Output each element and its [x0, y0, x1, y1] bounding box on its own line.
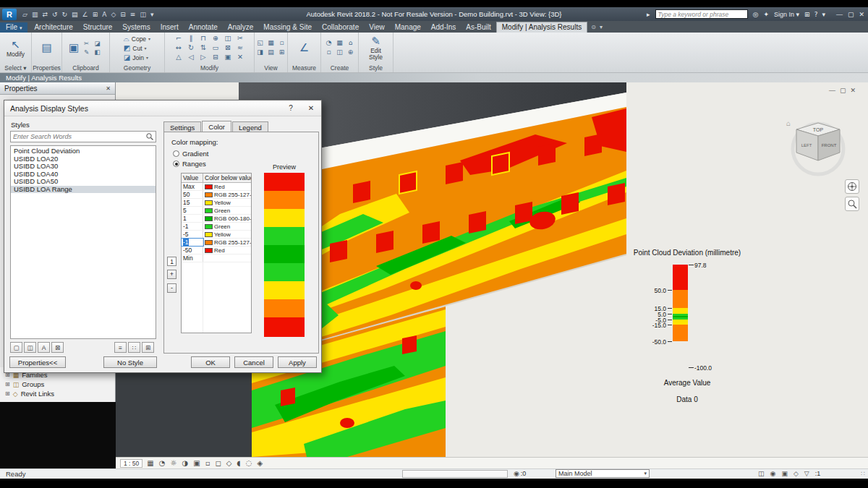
table-row[interactable]: 5 Green — [182, 207, 251, 215]
color-swatch[interactable] — [205, 216, 213, 221]
create-tool-icon[interactable]: ▦ — [334, 39, 345, 48]
color-swatch[interactable] — [205, 208, 213, 213]
close-window-icon[interactable]: ✕ — [859, 11, 864, 18]
open-icon[interactable]: ▱ — [22, 11, 27, 18]
modify-tool-icon[interactable]: ▷ — [197, 53, 210, 62]
modify-tool-icon[interactable]: ▭ — [210, 43, 222, 53]
modify-tool-icon[interactable]: ≈ — [234, 43, 247, 53]
scale-button[interactable]: 1 : 50 — [120, 459, 142, 468]
shadows-icon[interactable]: ◑ — [182, 458, 188, 468]
zoom-button[interactable] — [845, 197, 859, 211]
search-icon[interactable]: ◎ — [753, 11, 759, 18]
paste-button[interactable]: ▣ — [69, 42, 79, 54]
ribbon-tab[interactable]: Modify | Analysis Results — [496, 22, 587, 33]
create-tool-icon[interactable]: ▫ — [323, 48, 334, 58]
style-list-item[interactable]: Point Cloud Deviation — [11, 147, 156, 155]
select-pinned-icon[interactable]: ◉ — [770, 470, 776, 477]
cut-icon[interactable]: ✂ — [81, 40, 92, 48]
analytical-model-icon[interactable]: ◈ — [257, 458, 263, 468]
select-links-icon[interactable]: ◫ — [758, 470, 765, 477]
style-list-item[interactable]: USIBD LOA Range — [11, 186, 156, 194]
color-swatch[interactable] — [205, 248, 213, 253]
exchange-apps-icon[interactable]: ✦ — [763, 11, 769, 18]
redo-icon[interactable]: ↻ — [62, 11, 68, 18]
remove-value-button[interactable]: - — [167, 283, 176, 293]
active-users-indicator[interactable]: ◉:0 — [514, 470, 526, 477]
ok-button[interactable]: OK — [191, 356, 230, 368]
cancel-button[interactable]: Cancel — [234, 356, 273, 368]
viewcube-top-label[interactable]: TOP — [813, 127, 824, 132]
save-icon[interactable]: ▥ — [32, 11, 38, 18]
viewcube[interactable]: TOP LEFT FRONT ⌂ — [785, 116, 851, 184]
modify-tool-icon[interactable]: ↔ — [173, 43, 185, 53]
rendering-icon[interactable]: ▣ — [193, 458, 200, 468]
create-tool-icon[interactable]: ⌂ — [345, 39, 356, 48]
filter-icon[interactable]: ▽ — [804, 470, 809, 477]
dialog-title-bar[interactable]: Analysis Display Styles ? ✕ — [4, 100, 321, 116]
edit-style-button[interactable]: ✎ Edit Style — [365, 35, 387, 61]
main-model-select[interactable]: Main Model▾ — [556, 469, 650, 478]
gradient-radio[interactable]: Gradient — [173, 150, 208, 158]
ribbon-tab[interactable]: Collaborate — [317, 22, 364, 33]
expand-icon[interactable]: ⊞ — [5, 381, 10, 388]
text-icon[interactable]: A — [102, 11, 106, 18]
viewcube-front-label[interactable]: FRONT — [822, 143, 837, 147]
sign-in-button[interactable]: Sign In ▾ — [774, 11, 799, 18]
small-icons-view-icon[interactable]: ∷ — [128, 342, 140, 353]
delete-style-icon[interactable]: ⊠ — [51, 342, 64, 353]
new-style-icon[interactable]: ▢ — [10, 342, 22, 353]
ribbon-tab[interactable]: Insert — [156, 22, 184, 33]
visual-style-icon[interactable]: ◔ — [159, 458, 166, 468]
help-menu-icon[interactable]: ▾ — [822, 11, 825, 18]
modify-tool-icon[interactable]: ◁ — [185, 53, 197, 62]
measure-icon[interactable]: ∠ — [82, 11, 88, 18]
viewcube-left-label[interactable]: LEFT — [801, 143, 812, 147]
ribbon-tab[interactable]: View — [364, 22, 390, 33]
exclude-options-icon[interactable]: ◇ — [793, 470, 799, 477]
modify-tool-icon[interactable]: ✕ — [234, 53, 247, 62]
table-row[interactable]: Max Red — [182, 183, 251, 191]
collapse-ribbon-icon[interactable]: ▾ — [600, 24, 603, 33]
duplicate-style-icon[interactable]: ◫ — [24, 342, 36, 353]
lock-view-icon[interactable]: ◇ — [226, 458, 232, 468]
ribbon-tab[interactable]: As-Built — [461, 22, 495, 33]
dialog-help-icon[interactable]: ? — [281, 101, 301, 116]
close-view-icon[interactable]: ✕ — [851, 87, 856, 94]
ribbon-tab[interactable]: Architecture — [29, 22, 77, 33]
pick-icon[interactable]: ◧ — [92, 48, 103, 57]
restore-view-icon[interactable]: ▢ — [840, 87, 846, 94]
switch-windows-icon[interactable]: ◫ — [140, 11, 146, 18]
resize-grip[interactable]: ∷ — [861, 470, 865, 477]
sun-path-icon[interactable]: ☼ — [170, 458, 176, 468]
revit-app-button[interactable]: R — [2, 9, 17, 20]
dialog-close-icon[interactable]: ✕ — [301, 101, 321, 116]
ribbon-tab[interactable]: Manage — [390, 22, 426, 33]
table-row[interactable]: 50 RGB 255-127-00 — [182, 191, 251, 199]
modify-tool-icon[interactable]: ⌐ — [173, 34, 185, 43]
color-swatch[interactable] — [205, 232, 213, 237]
select-underlay-icon[interactable]: ▣ — [781, 470, 788, 477]
modify-tool-icon[interactable]: ⊓ — [197, 34, 210, 43]
cart-icon[interactable]: ⊞ — [804, 11, 810, 18]
browser-tree-item[interactable]: ⊞ ◇ Revit Links — [0, 389, 115, 398]
modify-tool-icon[interactable]: ⊟ — [210, 53, 222, 62]
properties-toggle-button[interactable]: Properties<< — [9, 356, 66, 368]
cope-button[interactable]: ⌓ Cope ▾ — [124, 34, 150, 43]
apply-button[interactable]: Apply — [278, 356, 317, 368]
ribbon-tab[interactable]: Add-Ins — [426, 22, 461, 33]
table-row[interactable]: 1 RGB 000-180-00 — [182, 215, 251, 223]
customize-qat-icon[interactable]: ▾ — [150, 11, 154, 18]
tab-file[interactable]: File ▾ — [0, 22, 27, 33]
sync-icon[interactable]: ⇄ — [42, 11, 48, 18]
crop-view-icon[interactable]: ▫ — [205, 458, 210, 468]
default-3d-view-icon[interactable]: ◇ — [111, 11, 116, 18]
properties-button[interactable]: ▤ — [41, 42, 51, 54]
no-style-button[interactable]: No Style — [103, 356, 157, 368]
styles-search-input[interactable] — [11, 133, 145, 140]
reveal-hidden-icon[interactable]: ◌ — [246, 458, 252, 468]
color-swatch[interactable] — [205, 200, 213, 205]
design-options-select[interactable] — [402, 470, 508, 478]
modify-tool-icon[interactable]: ▣ — [222, 53, 234, 62]
expand-icon[interactable]: ⊞ — [5, 390, 10, 397]
style-list-item[interactable]: USIBD LOA50 — [11, 178, 156, 186]
